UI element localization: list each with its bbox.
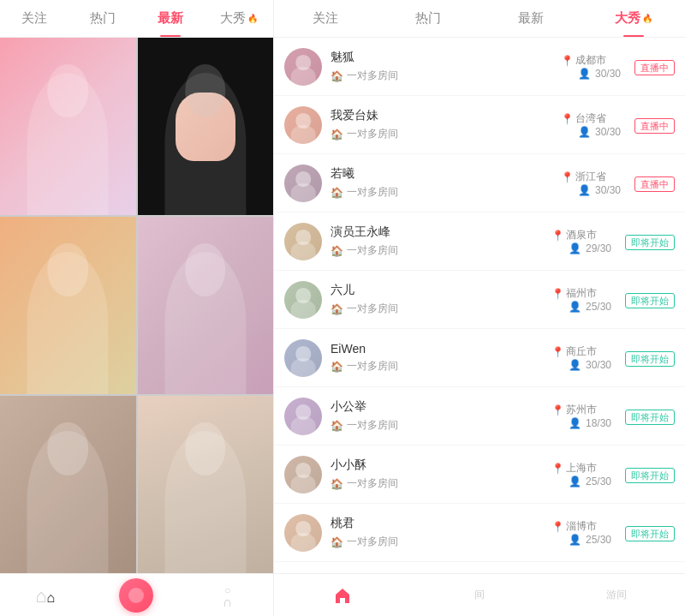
item-avatar: [284, 281, 322, 319]
item-status: 即将开始: [625, 234, 675, 249]
item-status: 直播中: [634, 176, 675, 191]
list-item[interactable]: 我爱台妹 🏠 一对多房间 📍 台湾省 👤 30/30 直播中: [274, 96, 685, 154]
item-info: 小公举 🏠 一对多房间: [331, 399, 551, 433]
item-room: 🏠 一对多房间: [331, 418, 551, 433]
item-name: 桃君: [331, 516, 551, 531]
location-text: 福州市: [566, 286, 597, 301]
item-name: 我爱台妹: [331, 108, 561, 123]
location-pin-icon: 📍: [551, 463, 564, 475]
room-type: 一对多房间: [347, 69, 398, 83]
location-pin-icon: 📍: [551, 404, 564, 416]
room-type: 一对多房间: [347, 243, 398, 258]
list-item[interactable]: 魅狐 🏠 一对多房间 📍 成都市 👤 30/30 直播中: [274, 38, 685, 96]
house-icon: 🏠: [331, 478, 343, 490]
count-value: 30/30: [595, 126, 621, 138]
left-tab-hot[interactable]: 热门: [68, 0, 137, 37]
status-badge: 即将开始: [625, 468, 675, 483]
grid-cell-1[interactable]: [0, 38, 136, 215]
item-room: 🏠 一对多房间: [331, 127, 561, 141]
location-pin-icon: 📍: [551, 230, 564, 242]
house-icon: 🏠: [331, 303, 343, 315]
status-badge: 直播中: [634, 176, 675, 192]
grid-cell-2[interactable]: [138, 38, 274, 215]
item-room: 🏠 一对多房间: [331, 185, 561, 200]
video-grid: [0, 38, 273, 573]
location-text: 浙江省: [575, 170, 606, 184]
left-nav-profile[interactable]: [202, 577, 253, 614]
item-name: 小公举: [331, 399, 551, 415]
item-name: 若曦: [331, 166, 561, 182]
list-item[interactable]: 桃君 🏠 一对多房间 📍 淄博市 👤 25/30 即将开始: [274, 504, 685, 562]
location-pin-icon: 📍: [551, 346, 564, 358]
left-nav-home[interactable]: ⌂: [20, 577, 71, 614]
item-location: 📍 福州市: [551, 286, 611, 301]
location-pin-icon: 📍: [551, 521, 564, 533]
item-name: 魅狐: [331, 50, 561, 65]
count-value: 18/30: [586, 417, 611, 429]
right-tab-show[interactable]: 大秀 🔥: [582, 0, 685, 37]
grid-cell-6[interactable]: [138, 396, 274, 573]
room-type: 一对多房间: [347, 418, 398, 433]
location-pin-icon: 📍: [551, 288, 564, 300]
room-type: 一对多房间: [347, 185, 398, 200]
item-location: 📍 淄博市: [551, 519, 611, 534]
item-room: 🏠 一对多房间: [331, 535, 551, 549]
item-meta: 📍 酒泉市 👤 29/30: [551, 228, 611, 254]
location-text: 成都市: [575, 53, 606, 68]
grid-cell-5[interactable]: [0, 396, 136, 573]
right-nav-room-label: 间: [474, 588, 485, 602]
right-tab-hot[interactable]: 热门: [377, 0, 480, 37]
item-count: 👤 25/30: [569, 301, 611, 313]
live-circle-icon: [119, 578, 153, 613]
show-badge: 🔥: [247, 14, 258, 23]
left-tab-latest[interactable]: 最新: [137, 0, 206, 37]
person-icon: [217, 585, 238, 606]
item-room: 🏠 一对多房间: [331, 302, 551, 316]
left-bottom-nav: ⌂: [0, 573, 273, 616]
item-name: EiWen: [331, 342, 551, 356]
right-tab-latest[interactable]: 最新: [480, 0, 582, 37]
grid-cell-3[interactable]: [0, 217, 136, 394]
streamer-list: 魅狐 🏠 一对多房间 📍 成都市 👤 30/30 直播中 我爱台妹 🏠: [274, 38, 685, 573]
item-info: EiWen 🏠 一对多房间: [331, 342, 551, 374]
list-item[interactable]: 六儿 🏠 一对多房间 📍 福州市 👤 25/30 即将开始: [274, 271, 685, 329]
house-icon: 🏠: [331, 70, 343, 82]
item-status: 即将开始: [625, 350, 675, 366]
count-value: 29/30: [586, 242, 611, 254]
item-location: 📍 台湾省: [561, 111, 621, 126]
item-count: 👤 30/30: [578, 184, 621, 196]
status-badge: 即将开始: [625, 293, 675, 308]
right-nav-home[interactable]: [274, 585, 411, 606]
item-avatar: [284, 48, 322, 86]
list-item[interactable]: 小公举 🏠 一对多房间 📍 苏州市 👤 18/30 即将开始: [274, 387, 685, 446]
item-count: 👤 18/30: [569, 417, 611, 429]
person-count-icon: 👤: [569, 475, 581, 487]
left-nav-live[interactable]: [110, 577, 162, 614]
right-tab-bar: 关注 热门 最新 大秀 🔥: [274, 0, 685, 38]
item-location: 📍 浙江省: [561, 170, 621, 184]
list-item[interactable]: 演员王永峰 🏠 一对多房间 📍 酒泉市 👤 29/30 即将开始: [274, 212, 685, 271]
right-show-badge: 🔥: [642, 14, 652, 23]
left-tab-follow[interactable]: 关注: [0, 0, 68, 37]
item-info: 小小酥 🏠 一对多房间: [331, 458, 551, 491]
item-count: 👤 30/30: [569, 359, 611, 371]
count-value: 25/30: [586, 475, 611, 487]
list-item[interactable]: 小小酥 🏠 一对多房间 📍 上海市 👤 25/30 即将开始: [274, 446, 685, 504]
person-count-icon: 👤: [569, 417, 581, 429]
right-tab-follow[interactable]: 关注: [274, 0, 377, 37]
right-nav-nearby[interactable]: 游间: [548, 588, 685, 602]
item-room: 🏠 一对多房间: [331, 359, 551, 374]
location-text: 上海市: [566, 461, 597, 475]
right-home-icon: [332, 585, 353, 606]
item-meta: 📍 上海市 👤 25/30: [551, 461, 611, 487]
list-item[interactable]: EiWen 🏠 一对多房间 📍 商丘市 👤 30/30 即将开始: [274, 329, 685, 387]
left-tab-show[interactable]: 大秀 🔥: [205, 0, 273, 37]
count-value: 25/30: [586, 534, 611, 546]
item-avatar: [284, 398, 322, 435]
grid-cell-4[interactable]: [138, 217, 274, 394]
count-value: 30/30: [586, 359, 611, 371]
item-name: 六儿: [331, 283, 551, 298]
right-nav-room[interactable]: 间: [411, 588, 548, 602]
item-count: 👤 29/30: [569, 242, 611, 254]
list-item[interactable]: 若曦 🏠 一对多房间 📍 浙江省 👤 30/30 直播中: [274, 154, 685, 212]
